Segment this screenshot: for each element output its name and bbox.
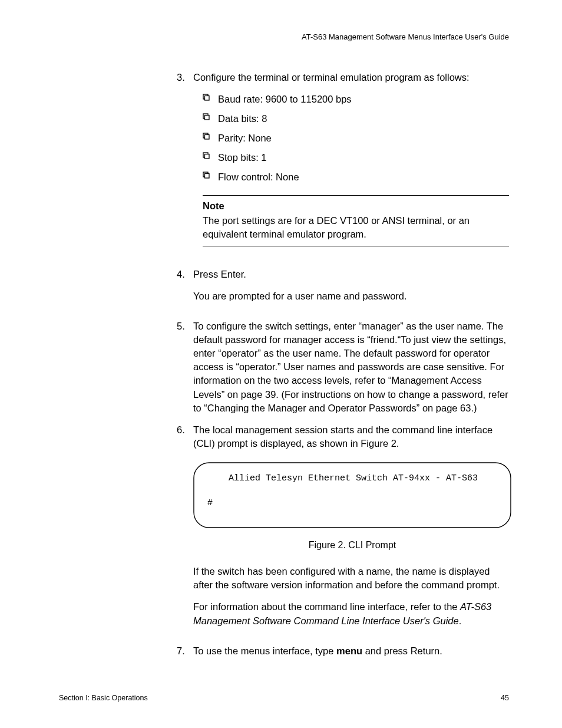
step-5: 5. To configure the switch settings, ent… [177, 319, 509, 415]
bullet-text: Data bits: 8 [218, 112, 267, 126]
step-number: 4. [177, 268, 193, 311]
document-page: AT-S63 Management Software Menus Interfa… [0, 0, 562, 728]
step-3: 3. Configure the terminal or terminal em… [177, 71, 509, 259]
step-para: For information about the command line i… [193, 600, 511, 627]
svg-rect-7 [205, 154, 210, 159]
bullet-item: Data bits: 8 [203, 112, 509, 126]
bullet-list: Baud rate: 9600 to 115200 bps Data bits:… [193, 93, 509, 184]
step-number: 5. [177, 319, 193, 415]
checkbox-icon [203, 131, 218, 140]
step-text: To use the menus interface, type [193, 645, 336, 656]
body-content: 3. Configure the terminal or terminal em… [177, 71, 509, 658]
command-text: menu [336, 645, 362, 656]
bullet-text: Baud rate: 9600 to 115200 bps [218, 93, 352, 106]
cli-prompt-figure: Allied Telesyn Ethernet Switch AT-94xx -… [193, 462, 511, 528]
cli-prompt-char: # [207, 496, 497, 510]
page-footer: Section I: Basic Operations 45 [59, 694, 509, 702]
bullet-text: Parity: None [218, 131, 272, 145]
running-header: AT-S63 Management Software Menus Interfa… [59, 32, 509, 41]
bullet-item: Parity: None [203, 131, 509, 145]
note-title: Note [203, 199, 509, 213]
figure-caption: Figure 2. CLI Prompt [193, 539, 511, 552]
checkbox-icon [203, 151, 218, 159]
step-text: and press Return. [362, 645, 442, 656]
checkbox-icon [203, 93, 218, 101]
step-number: 7. [177, 644, 193, 658]
checkbox-icon [203, 170, 218, 179]
checkbox-icon [203, 112, 218, 120]
note-body: The port settings are for a DEC VT100 or… [203, 214, 509, 241]
step-4: 4. Press Enter. You are prompted for a u… [177, 268, 509, 311]
cli-banner: Allied Telesyn Ethernet Switch AT-94xx -… [207, 472, 497, 486]
svg-rect-5 [205, 135, 210, 140]
step-text: Configure the terminal or terminal emula… [193, 71, 509, 84]
footer-section: Section I: Basic Operations [59, 694, 148, 702]
bullet-item: Flow control: None [203, 170, 509, 184]
bullet-item: Stop bits: 1 [203, 151, 509, 164]
step-text: The local management session starts and … [193, 423, 511, 450]
step-number: 6. [177, 423, 193, 636]
step-text: Press Enter. [193, 268, 509, 281]
step-text: To configure the switch settings, enter … [193, 319, 509, 415]
step-para: If the switch has been configured with a… [193, 565, 511, 592]
step-7: 7. To use the menus interface, type menu… [177, 644, 509, 658]
svg-rect-3 [205, 116, 210, 120]
step-number: 3. [177, 71, 193, 259]
step-6: 6. The local management session starts a… [177, 423, 509, 636]
bullet-text: Stop bits: 1 [218, 151, 267, 164]
bullet-item: Baud rate: 9600 to 115200 bps [203, 93, 509, 106]
bullet-text: Flow control: None [218, 170, 299, 184]
note-box: Note The port settings are for a DEC VT1… [203, 195, 509, 246]
step-para: You are prompted for a user name and pas… [193, 289, 509, 303]
footer-page-number: 45 [501, 694, 509, 702]
svg-rect-1 [205, 96, 210, 101]
svg-rect-9 [205, 174, 210, 179]
